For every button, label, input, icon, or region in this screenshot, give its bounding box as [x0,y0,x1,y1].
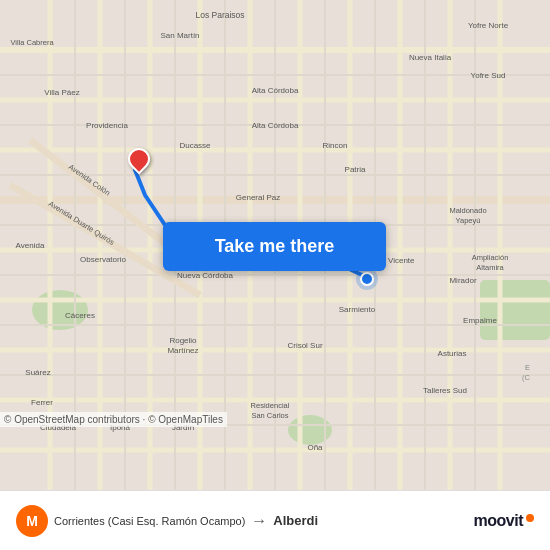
svg-text:Los Paraisos: Los Paraisos [195,10,244,20]
svg-text:Crisol Sur: Crisol Sur [287,341,322,350]
svg-text:Rogelio: Rogelio [169,336,197,345]
svg-text:Ferrer: Ferrer [31,398,53,407]
svg-text:Observatorio: Observatorio [80,255,126,264]
svg-text:Asturias: Asturias [438,349,467,358]
svg-text:Nueva Italia: Nueva Italia [409,53,452,62]
osm-attribution: © OpenStreetMap contributors · © OpenMap… [0,412,227,427]
svg-text:Avenida: Avenida [16,241,45,250]
svg-text:San Carlos: San Carlos [251,411,288,420]
svg-text:E: E [525,363,530,372]
route-from: Corrientes (Casi Esq. Ramón Ocampo) [54,515,245,527]
svg-text:Sarmiento: Sarmiento [339,305,376,314]
svg-text:Villa Cabrera: Villa Cabrera [10,38,54,47]
moovit-icon: M [16,505,48,537]
route-arrow: → [251,512,267,530]
svg-text:Rincon: Rincon [323,141,348,150]
svg-text:Maldonado: Maldonado [449,206,486,215]
origin-pin [128,148,150,170]
svg-text:Altamira: Altamira [476,263,504,272]
svg-text:Talleres Sud: Talleres Sud [423,386,467,395]
svg-text:Yofre Sud: Yofre Sud [471,71,506,80]
svg-text:Ampliación: Ampliación [472,253,509,262]
svg-text:Alta Córdoba: Alta Córdoba [252,86,299,95]
svg-text:General Paz: General Paz [236,193,280,202]
svg-text:Ducasse: Ducasse [179,141,211,150]
svg-rect-3 [480,280,550,340]
svg-text:Patria: Patria [345,165,366,174]
take-me-there-button[interactable]: Take me there [163,222,386,271]
svg-text:Mirador: Mirador [449,276,476,285]
moovit-logo: moovit [474,512,534,530]
route-to: Alberdi [273,513,318,528]
svg-text:Nueva Córdoba: Nueva Córdoba [177,271,234,280]
bottom-bar: M Corrientes (Casi Esq. Ramón Ocampo) → … [0,490,550,550]
svg-text:Villa Páez: Villa Páez [44,88,79,97]
svg-text:Yofre Norte: Yofre Norte [468,21,509,30]
svg-text:Empalme: Empalme [463,316,497,325]
svg-text:San Martín: San Martín [160,31,199,40]
svg-text:Suárez: Suárez [25,368,50,377]
svg-text:Martínez: Martínez [167,346,198,355]
current-location-dot [360,272,374,286]
svg-text:(C: (C [522,373,530,382]
svg-text:Cáceres: Cáceres [65,311,95,320]
svg-text:Yapeyú: Yapeyú [456,216,481,225]
svg-text:Residencial: Residencial [251,401,290,410]
svg-text:Oña: Oña [307,443,323,452]
map-container: Los Paraisos Villa Cabrera San Martín Yo… [0,0,550,490]
svg-text:Alta Córdoba: Alta Córdoba [252,121,299,130]
svg-text:Providencia: Providencia [86,121,128,130]
